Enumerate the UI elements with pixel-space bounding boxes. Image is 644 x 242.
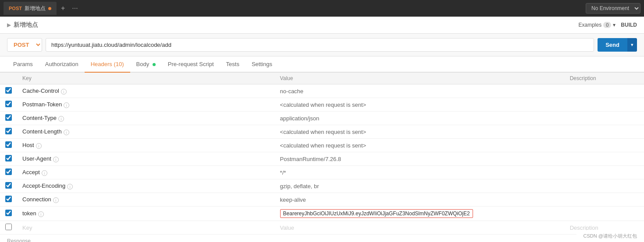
headers-table: Key Value Description Cache-Controlino-c… [0,73,644,235]
row-description [565,125,644,139]
col-value: Value [275,73,565,84]
request-name-bar: ▶ 新增地点 Examples 0 ▾ BUILD [0,17,644,34]
table-row: Content-Lengthi<calculated when request … [0,125,644,139]
examples-dropdown-icon: ▾ [613,22,616,28]
table-row: Accepti*/* [0,166,644,179]
row-key: Accept-Encodingi [17,179,275,193]
row-checkbox[interactable] [5,101,12,107]
row-checkbox[interactable] [5,114,12,121]
row-checkbox[interactable] [5,155,12,161]
row-key: Content-Lengthi [17,125,275,139]
row-description [565,152,644,166]
row-key: User-Agenti [17,152,275,166]
empty-row: KeyValueDescription [0,221,644,235]
row-value: */* [275,166,565,179]
add-tab-button[interactable]: + [58,4,68,13]
row-checkbox[interactable] [5,87,12,94]
info-icon: i [64,130,69,135]
row-description [565,98,644,112]
empty-row-checkbox[interactable] [5,224,12,230]
row-checkbox[interactable] [5,128,12,134]
row-value: <calculated when request is sent> [275,98,565,112]
col-description: Description [565,73,644,84]
info-icon: i [61,89,67,95]
method-badge: POST [9,6,22,11]
row-value: PostmanRuntime/7.26.8 [275,152,565,166]
tab-bar: POST 新增地点 + ··· No Environment [0,0,644,17]
more-tabs-button[interactable]: ··· [69,4,80,13]
request-name-right: Examples 0 ▾ BUILD [579,22,637,28]
info-icon: i [58,116,64,122]
row-value: gzip, deflate, br [275,179,565,193]
info-icon: i [53,157,59,162]
info-icon: i [67,184,73,189]
environment-selector: No Environment [586,3,640,14]
col-checkbox [0,73,17,84]
row-key: Connectioni [17,193,275,207]
row-description [565,166,644,179]
tab-authorization[interactable]: Authorization [39,56,85,73]
row-checkbox[interactable] [5,182,12,189]
table-row: Postman-Tokeni<calculated when request i… [0,98,644,112]
url-bar: POST Send ▾ [0,34,644,56]
row-checkbox[interactable] [5,168,12,175]
row-value: <calculated when request is sent> [275,125,565,139]
examples-button[interactable]: Examples 0 ▾ [579,22,616,28]
response-section-label: Response [0,235,644,242]
headers-count: (10) [114,61,124,67]
tab-pre-request-script[interactable]: Pre-request Script [162,56,220,73]
table-header-row: Key Value Description [0,73,644,84]
watermark: CSDN @请给小胡大红包 [576,230,644,242]
row-key: Accepti [17,166,275,179]
tab-headers[interactable]: Headers (10) [85,56,130,73]
row-checkbox[interactable] [5,210,12,216]
row-description [565,193,644,207]
row-value: <calculated when request is sent> [275,139,565,152]
row-description [565,84,644,98]
examples-count: 0 [603,22,611,28]
table-row: User-AgentiPostmanRuntime/7.26.8 [0,152,644,166]
row-value: application/json [275,112,565,125]
body-active-dot [153,63,156,66]
info-icon: i [64,102,69,108]
send-dropdown-button[interactable]: ▾ [627,38,637,52]
tab-tests[interactable]: Tests [220,56,246,73]
row-description [565,112,644,125]
row-checkbox[interactable] [5,141,12,148]
info-icon: i [42,170,47,176]
request-tab[interactable]: POST 新增地点 [4,2,57,15]
send-button[interactable]: Send [598,38,627,52]
info-icon: i [53,197,59,203]
build-button[interactable]: BUILD [621,22,637,28]
environment-dropdown[interactable]: No Environment [586,3,640,14]
token-value-highlighted: BearereyJhbGciOiJIUzUxMiJ9.eyJzdWIiOiJja… [280,209,473,218]
row-key: Postman-Tokeni [17,98,275,112]
row-value: no-cache [275,84,565,98]
table-row: Connectionikeep-alive [0,193,644,207]
row-checkbox[interactable] [5,196,12,202]
row-description [565,139,644,152]
info-icon: i [36,143,42,149]
method-select[interactable]: POST [7,38,42,52]
tab-body[interactable]: Body [130,56,162,73]
request-name-left: ▶ 新增地点 [7,21,38,29]
table-row: tokeniBearereyJhbGciOiJIUzUxMiJ9.eyJzdWI… [0,207,644,221]
table-row: Accept-Encodingigzip, deflate, br [0,179,644,193]
collapse-arrow-icon[interactable]: ▶ [7,22,11,28]
tab-params[interactable]: Params [7,56,39,73]
headers-section: Key Value Description Cache-Controlino-c… [0,73,644,235]
send-group: Send ▾ [598,38,637,52]
tab-settings[interactable]: Settings [246,56,278,73]
row-key: Hosti [17,139,275,152]
empty-key[interactable]: Key [17,221,275,235]
row-key: tokeni [17,207,275,221]
empty-value[interactable]: Value [275,221,565,235]
row-key: Cache-Controli [17,84,275,98]
request-tabs: Params Authorization Headers (10) Body P… [0,56,644,73]
request-name-text: 新增地点 [14,21,38,29]
table-row: Hosti<calculated when request is sent> [0,139,644,152]
col-key: Key [17,73,275,84]
examples-label: Examples [579,22,602,28]
row-description [565,179,644,193]
url-input[interactable] [46,38,594,52]
